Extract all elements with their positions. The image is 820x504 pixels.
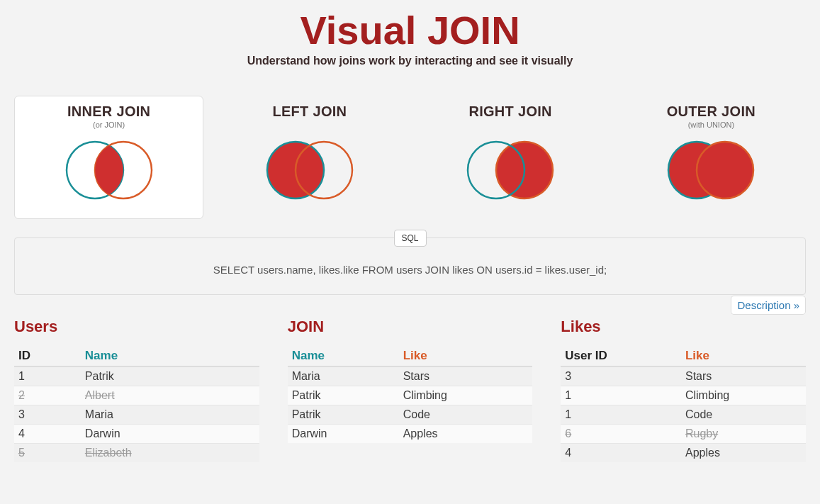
table-row: 3 Stars [561,366,806,386]
cell-like: Apples [681,444,806,463]
users-column: Users ID Name 1 Patrik2 Albert3 Maria4 D… [14,318,259,462]
cell-like: Code [399,405,533,425]
join-title: JOIN [288,318,533,336]
cell-id: 1 [14,366,81,386]
cell-name: Elizabeth [81,444,259,463]
join-card-right[interactable]: RIGHT JOIN [416,96,605,219]
sql-panel: SQL SELECT users.name, likes.like FROM u… [14,237,806,295]
page-subtitle: Understand how joins work by interacting… [14,55,806,67]
table-row: 6 Rugby [561,425,806,444]
cell-name: Patrik [288,405,399,425]
cell-name: Maria [288,366,399,386]
table-row: Patrik Code [288,405,533,425]
table-row: 1 Patrik [14,366,259,386]
table-row: 4 Apples [561,444,806,463]
cell-userid: 1 [561,405,681,425]
table-row: 1 Climbing [561,386,806,405]
users-table: ID Name 1 Patrik2 Albert3 Maria4 Darwin5… [14,346,259,462]
sql-badge: SQL [393,230,426,247]
table-row: 3 Maria [14,405,259,425]
cell-id: 5 [14,444,81,463]
likes-title: Likes [561,318,806,336]
users-header-id: ID [14,346,81,366]
table-row: 1 Code [561,405,806,425]
table-row: 5 Elizabeth [14,444,259,463]
cell-name: Darwin [288,425,399,444]
join-card-title: LEFT JOIN [220,103,399,120]
table-row: Darwin Apples [288,425,533,444]
join-type-selector: INNER JOIN (or JOIN) LEFT JOIN RIGHT JOI… [14,96,806,219]
join-card-left[interactable]: LEFT JOIN [215,96,404,219]
table-row: 4 Darwin [14,425,259,444]
join-card-note: (or JOIN) [19,121,198,130]
cell-id: 4 [14,425,81,444]
cell-like: Code [681,405,806,425]
users-title: Users [14,318,259,336]
likes-column: Likes User ID Like 3 Stars1 Climbing1 Co… [561,318,806,462]
venn-right-icon [450,135,571,206]
join-card-outer[interactable]: OUTER JOIN (with UNION) [617,96,806,219]
sql-query-text: SELECT users.name, likes.like FROM users… [29,264,791,276]
cell-like: Climbing [399,386,533,405]
cell-name: Darwin [81,425,259,444]
join-header-name: Name [288,346,399,366]
join-header-like: Like [399,346,533,366]
join-card-inner[interactable]: INNER JOIN (or JOIN) [14,96,203,219]
cell-userid: 3 [561,366,681,386]
table-row: Maria Stars [288,366,533,386]
likes-header-userid: User ID [561,346,681,366]
cell-like: Rugby [681,425,806,444]
svg-point-7 [697,142,753,198]
cell-name: Patrik [81,366,259,386]
likes-header-like: Like [681,346,806,366]
join-card-note: (with UNION) [622,121,801,130]
join-card-note [220,121,399,130]
cell-name: Patrik [288,386,399,405]
cell-name: Albert [81,386,259,405]
cell-userid: 6 [561,425,681,444]
venn-outer-icon [651,135,771,206]
cell-userid: 1 [561,386,681,405]
cell-like: Apples [399,425,533,444]
venn-inner-icon [49,135,169,206]
description-link[interactable]: Description » [731,296,806,315]
venn-left-icon [249,135,370,206]
cell-name: Maria [81,405,259,425]
join-card-title: RIGHT JOIN [421,103,600,120]
page-header: Visual JOIN Understand how joins work by… [14,0,806,67]
join-card-note [421,121,600,130]
page-title: Visual JOIN [14,7,806,53]
likes-table: User ID Like 3 Stars1 Climbing1 Code6 Ru… [561,346,806,462]
users-header-name: Name [81,346,259,366]
table-row: Patrik Climbing [288,386,533,405]
table-row: 2 Albert [14,386,259,405]
tables-row: Users ID Name 1 Patrik2 Albert3 Maria4 D… [14,318,806,462]
cell-userid: 4 [561,444,681,463]
cell-like: Climbing [681,386,806,405]
cell-like: Stars [681,366,806,386]
cell-id: 3 [14,405,81,425]
cell-id: 2 [14,386,81,405]
join-card-title: OUTER JOIN [622,103,801,120]
join-column: JOIN Name Like Maria StarsPatrik Climbin… [288,318,533,462]
join-card-title: INNER JOIN [19,103,198,120]
join-table: Name Like Maria StarsPatrik ClimbingPatr… [288,346,533,443]
cell-like: Stars [399,366,533,386]
